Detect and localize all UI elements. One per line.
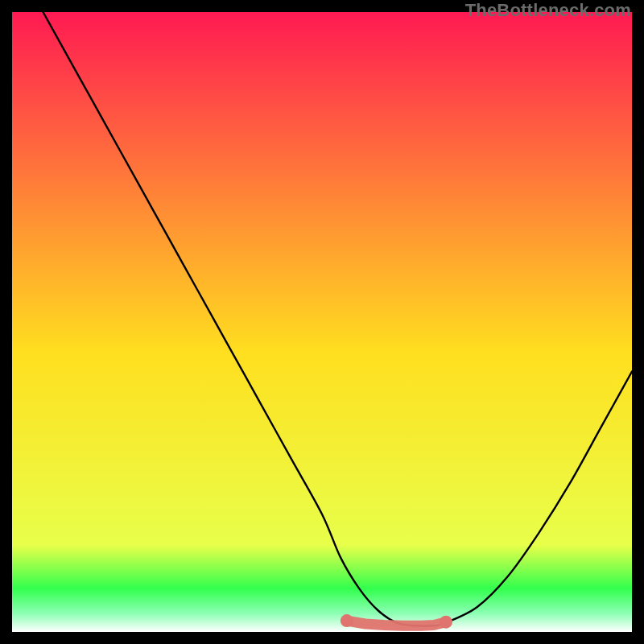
watermark-text: TheBottleneck.com — [465, 0, 631, 21]
chart-frame: TheBottleneck.com — [0, 0, 644, 644]
background-gradient — [12, 12, 632, 632]
gradient-rect — [12, 12, 632, 632]
plot-area — [12, 12, 632, 632]
